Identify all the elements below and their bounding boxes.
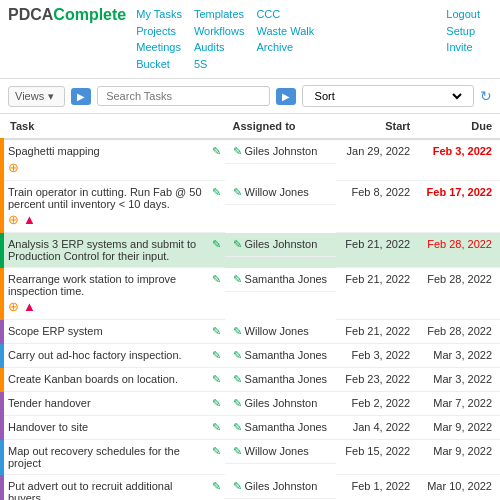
task-title: Analysis 3 ERP systems and submit to Pro… bbox=[8, 238, 208, 262]
task-content: Carry out ad-hoc factory inspection.✎ bbox=[8, 349, 221, 362]
header-start: Start bbox=[336, 114, 418, 139]
assignee-name: Giles Johnston bbox=[245, 480, 318, 492]
table-row: Carry out ad-hoc factory inspection.✎✎Sa… bbox=[2, 344, 500, 368]
table-row: Tender handover✎✎Giles JohnstonFeb 2, 20… bbox=[2, 392, 500, 416]
assignee-edit-icon[interactable]: ✎ bbox=[233, 349, 242, 362]
edit-icon[interactable]: ✎ bbox=[212, 480, 221, 493]
assignee-cell: ✎Giles Johnston bbox=[225, 233, 337, 257]
due-cell: Mar 3, 2022 bbox=[418, 344, 500, 368]
assignee-cell: ✎Samantha Jones bbox=[225, 368, 337, 392]
table-row: Train operator in cutting. Run Fab @ 50 … bbox=[2, 181, 500, 233]
assignee-name: Giles Johnston bbox=[245, 238, 318, 250]
edit-icon[interactable]: ✎ bbox=[212, 186, 221, 199]
assignee-name: Willow Jones bbox=[245, 186, 309, 198]
nav-col3: CCC Waste Walk Archive bbox=[256, 6, 314, 56]
circle-icon: ⊕ bbox=[8, 160, 19, 175]
nav-invite[interactable]: Invite bbox=[446, 39, 480, 56]
nav-ccc[interactable]: CCC bbox=[256, 6, 314, 23]
task-content: Handover to site✎ bbox=[8, 421, 221, 434]
task-content: Rearrange work station to improve inspec… bbox=[8, 273, 221, 314]
task-cell: Create Kanban boards on location.✎ bbox=[2, 368, 225, 392]
nav-projects[interactable]: Projects bbox=[136, 23, 182, 40]
edit-icon[interactable]: ✎ bbox=[212, 238, 221, 251]
task-content: Train operator in cutting. Run Fab @ 50 … bbox=[8, 186, 221, 227]
nav-workflows[interactable]: Workflows bbox=[194, 23, 245, 40]
edit-icon[interactable]: ✎ bbox=[212, 273, 221, 286]
sort-box: Sort bbox=[302, 85, 474, 107]
assignee-name: Giles Johnston bbox=[245, 145, 318, 157]
task-cell: Rearrange work station to improve inspec… bbox=[2, 268, 225, 320]
search-arrow-button[interactable]: ▶ bbox=[276, 88, 296, 105]
nav-bucket[interactable]: Bucket bbox=[136, 56, 182, 73]
views-arrow-button[interactable]: ▶ bbox=[71, 88, 91, 105]
start-cell: Feb 15, 2022 bbox=[336, 440, 418, 475]
start-cell: Feb 3, 2022 bbox=[336, 344, 418, 368]
assignee-edit-icon[interactable]: ✎ bbox=[233, 397, 242, 410]
assignee-edit-icon[interactable]: ✎ bbox=[233, 145, 242, 158]
task-title: Handover to site bbox=[8, 421, 208, 433]
start-cell: Jan 4, 2022 bbox=[336, 416, 418, 440]
table-row: Handover to site✎✎Samantha JonesJan 4, 2… bbox=[2, 416, 500, 440]
assignee-name: Samantha Jones bbox=[245, 373, 328, 385]
table-header-row: Task Assigned to Start Due bbox=[2, 114, 500, 139]
task-content: Scope ERP system✎ bbox=[8, 325, 221, 338]
assignee-edit-icon[interactable]: ✎ bbox=[233, 480, 242, 493]
assignee-cell: ✎Willow Jones bbox=[225, 320, 337, 344]
assignee-cell: ✎Samantha Jones bbox=[225, 268, 337, 292]
circle-icon: ⊕ bbox=[8, 212, 19, 227]
search-input[interactable] bbox=[106, 90, 260, 102]
edit-icon[interactable]: ✎ bbox=[212, 349, 221, 362]
task-content: Tender handover✎ bbox=[8, 397, 221, 410]
task-cell: Spaghetti mapping✎⊕ bbox=[2, 139, 225, 181]
assignee-edit-icon[interactable]: ✎ bbox=[233, 238, 242, 251]
task-table: Task Assigned to Start Due Spaghetti map… bbox=[0, 114, 500, 500]
task-title: Rearrange work station to improve inspec… bbox=[8, 273, 208, 297]
task-cell: Tender handover✎ bbox=[2, 392, 225, 416]
task-cell: Analysis 3 ERP systems and submit to Pro… bbox=[2, 233, 225, 268]
assignee-edit-icon[interactable]: ✎ bbox=[233, 325, 242, 338]
sort-select[interactable]: Sort bbox=[311, 89, 465, 103]
assignee-cell: ✎Samantha Jones bbox=[225, 416, 337, 440]
nav-my-tasks[interactable]: My Tasks bbox=[136, 6, 182, 23]
assignee-edit-icon[interactable]: ✎ bbox=[233, 273, 242, 286]
nav-waste-walk[interactable]: Waste Walk bbox=[256, 23, 314, 40]
edit-icon[interactable]: ✎ bbox=[212, 397, 221, 410]
refresh-button[interactable]: ↻ bbox=[480, 88, 492, 104]
edit-icon[interactable]: ✎ bbox=[212, 421, 221, 434]
person-icon: ▲ bbox=[23, 212, 36, 227]
start-cell: Feb 23, 2022 bbox=[336, 368, 418, 392]
assignee-cell: ✎Willow Jones bbox=[225, 440, 337, 464]
task-title: Put advert out to recruit additional buy… bbox=[8, 480, 208, 500]
header-assigned: Assigned to bbox=[225, 114, 337, 139]
task-icon-row: ⊕ bbox=[8, 160, 221, 175]
assignee-edit-icon[interactable]: ✎ bbox=[233, 445, 242, 458]
edit-icon[interactable]: ✎ bbox=[212, 145, 221, 158]
nav-archive[interactable]: Archive bbox=[256, 39, 314, 56]
assignee-edit-icon[interactable]: ✎ bbox=[233, 373, 242, 386]
edit-icon[interactable]: ✎ bbox=[212, 445, 221, 458]
header-task: Task bbox=[2, 114, 225, 139]
nav-setup[interactable]: Setup bbox=[446, 23, 480, 40]
nav-logout[interactable]: Logout bbox=[446, 6, 480, 23]
circle-icon: ⊕ bbox=[8, 299, 19, 314]
assignee-edit-icon[interactable]: ✎ bbox=[233, 186, 242, 199]
nav-templates[interactable]: Templates bbox=[194, 6, 245, 23]
nav-5s[interactable]: 5S bbox=[194, 56, 245, 73]
search-box bbox=[97, 86, 269, 106]
views-dropdown[interactable]: Views ▾ bbox=[8, 86, 65, 107]
assignee-edit-icon[interactable]: ✎ bbox=[233, 421, 242, 434]
views-chevron-icon: ▾ bbox=[48, 90, 54, 103]
assignee-cell: ✎Willow Jones bbox=[225, 181, 337, 205]
nav-col2: Templates Workflows Audits 5S bbox=[194, 6, 245, 72]
nav-meetings[interactable]: Meetings bbox=[136, 39, 182, 56]
logo-complete: Complete bbox=[53, 6, 126, 23]
due-cell: Feb 17, 2022 bbox=[418, 181, 500, 233]
due-cell: Feb 28, 2022 bbox=[418, 268, 500, 320]
edit-icon[interactable]: ✎ bbox=[212, 373, 221, 386]
nav-audits[interactable]: Audits bbox=[194, 39, 245, 56]
start-cell: Feb 1, 2022 bbox=[336, 475, 418, 501]
due-cell: Mar 9, 2022 bbox=[418, 440, 500, 475]
task-cell: Map out recovery schedules for the proje… bbox=[2, 440, 225, 475]
edit-icon[interactable]: ✎ bbox=[212, 325, 221, 338]
task-title: Map out recovery schedules for the proje… bbox=[8, 445, 208, 469]
